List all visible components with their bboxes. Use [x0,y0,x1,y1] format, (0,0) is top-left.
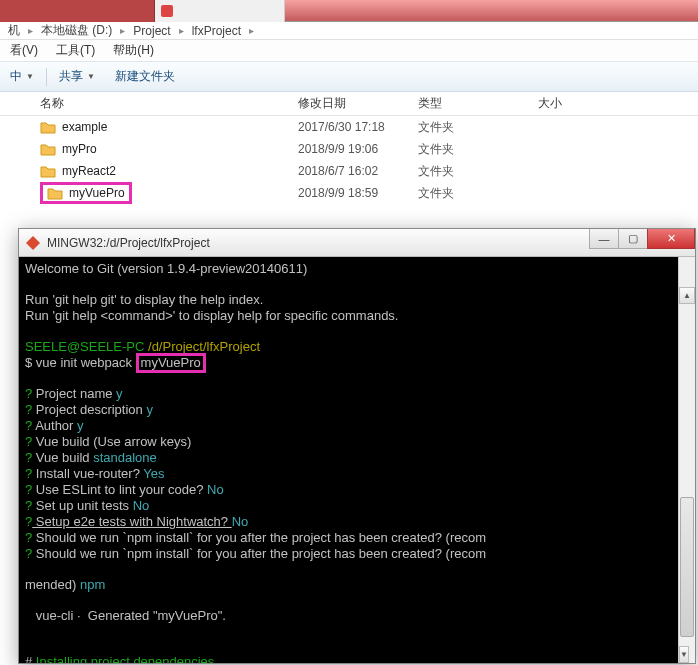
file-type: 文件夹 [418,185,538,202]
terminal-prompt-path: /d/Project/lfxProject [148,339,260,354]
folder-icon [40,142,56,156]
terminal-question: Set up unit tests [32,498,132,513]
vertical-scrollbar[interactable]: ▲ ▼ [678,257,695,663]
file-name: myVuePro [69,186,125,200]
terminal-answer: y [116,386,123,401]
file-list: example 2017/6/30 17:18 文件夹 myPro 2018/9… [0,116,698,204]
file-date: 2018/9/9 18:59 [298,186,418,200]
file-date: 2017/6/30 17:18 [298,120,418,134]
terminal-line: mended) [25,577,80,592]
file-date: 2018/9/9 19:06 [298,142,418,156]
terminal-line: Should we run `npm install` for you afte… [32,530,486,545]
file-type: 文件夹 [418,119,538,136]
column-name[interactable]: 名称 [40,95,298,112]
chevron-right-icon: ▸ [173,25,190,36]
terminal-line: vue-cli · Generated "myVuePro". [25,608,226,623]
terminal-line: Installing project dependencies ... [36,654,229,663]
folder-icon [40,120,56,134]
terminal-answer: No [232,514,249,529]
terminal-command: $ vue init webpack [25,355,136,370]
breadcrumb-part[interactable]: 机 [6,22,22,39]
terminal-line: Welcome to Git (version 1.9.4-preview201… [25,261,307,276]
chevron-right-icon: ▸ [114,25,131,36]
svg-marker-0 [26,236,40,250]
terminal-line: Run 'git help git' to display the help i… [25,292,263,307]
close-button[interactable]: ✕ [647,229,695,249]
dropdown-arrow-icon: ▼ [87,72,95,81]
terminal-question: Setup e2e tests with Nightwatch? [32,514,231,529]
file-type: 文件夹 [418,163,538,180]
terminal-title: MINGW32:/d/Project/lfxProject [47,236,210,250]
list-item[interactable]: myPro 2018/9/9 19:06 文件夹 [40,138,698,160]
terminal-titlebar[interactable]: MINGW32:/d/Project/lfxProject — ▢ ✕ [19,229,695,257]
new-folder-label: 新建文件夹 [115,68,175,85]
hash-icon: # [25,654,36,663]
terminal-app-icon [25,235,41,251]
chevron-right-icon: ▸ [22,25,39,36]
highlighted-folder: myVuePro [40,182,132,204]
scroll-down-icon[interactable]: ▼ [679,646,689,663]
terminal-line: Run 'git help <command>' to display help… [25,308,398,323]
terminal-answer: No [133,498,150,513]
file-list-header: 名称 修改日期 类型 大小 [0,92,698,116]
breadcrumb-part[interactable]: 本地磁盘 (D:) [39,22,114,39]
browser-tab-2[interactable] [155,0,285,22]
terminal-question: Project name [32,386,116,401]
terminal-answer: y [77,418,84,433]
column-type[interactable]: 类型 [418,95,538,112]
folder-icon [47,186,63,200]
list-item[interactable]: example 2017/6/30 17:18 文件夹 [40,116,698,138]
file-name: myReact2 [62,164,116,178]
breadcrumb-part[interactable]: Project [131,24,172,38]
browser-tab-bar [0,0,698,22]
terminal-question: Author [32,418,77,433]
terminal-answer: standalone [93,450,157,465]
browser-tab-1[interactable] [0,0,155,22]
minimize-button[interactable]: — [589,229,619,249]
terminal-question: Vue build [32,434,93,449]
terminal-question: Project description [32,402,146,417]
toolbar-separator [46,68,47,86]
menu-tools[interactable]: 工具(T) [48,40,103,61]
chevron-right-icon: ▸ [243,25,260,36]
terminal-question: Use ESLint to lint your code? [32,482,207,497]
new-folder-button[interactable]: 新建文件夹 [105,64,185,89]
terminal-prompt-user: SEELE@SEELE-PC [25,339,148,354]
file-date: 2018/6/7 16:02 [298,164,418,178]
highlighted-arg: myVuePro [136,353,206,373]
terminal-answer: y [146,402,153,417]
terminal-answer: No [207,482,224,497]
terminal-question: Install vue-router? [32,466,143,481]
toolbar: 中 ▼ 共享 ▼ 新建文件夹 [0,62,698,92]
scroll-up-icon[interactable]: ▲ [679,287,695,304]
terminal-question: Vue build [32,450,93,465]
share-button[interactable]: 共享 ▼ [49,64,105,89]
terminal-answer: Yes [143,466,164,481]
file-name: myPro [62,142,97,156]
column-date[interactable]: 修改日期 [298,95,418,112]
column-size[interactable]: 大小 [538,95,598,112]
terminal-window: MINGW32:/d/Project/lfxProject — ▢ ✕ Welc… [18,228,696,664]
folder-icon [40,164,56,178]
tab-favicon-icon [161,5,173,17]
menu-help[interactable]: 帮助(H) [105,40,162,61]
file-type: 文件夹 [418,141,538,158]
organize-label: 中 [10,68,22,85]
list-item[interactable]: myReact2 2018/6/7 16:02 文件夹 [40,160,698,182]
file-name: example [62,120,107,134]
organize-button[interactable]: 中 ▼ [0,64,44,89]
menu-view[interactable]: 看(V) [2,40,46,61]
terminal-body[interactable]: Welcome to Git (version 1.9.4-preview201… [19,257,695,663]
dropdown-arrow-icon: ▼ [26,72,34,81]
breadcrumb-part[interactable]: lfxProject [190,24,243,38]
list-item[interactable]: myVuePro 2018/9/9 18:59 文件夹 [40,182,698,204]
maximize-button[interactable]: ▢ [618,229,648,249]
share-label: 共享 [59,68,83,85]
scrollbar-thumb[interactable] [680,497,694,637]
terminal-answer: npm [80,577,105,592]
menu-bar: 看(V) 工具(T) 帮助(H) [0,40,698,62]
terminal-line: Should we run `npm install` for you afte… [32,546,486,561]
terminal-hint: (Use arrow keys) [93,434,191,449]
breadcrumb: 机 ▸ 本地磁盘 (D:) ▸ Project ▸ lfxProject ▸ [0,22,698,40]
